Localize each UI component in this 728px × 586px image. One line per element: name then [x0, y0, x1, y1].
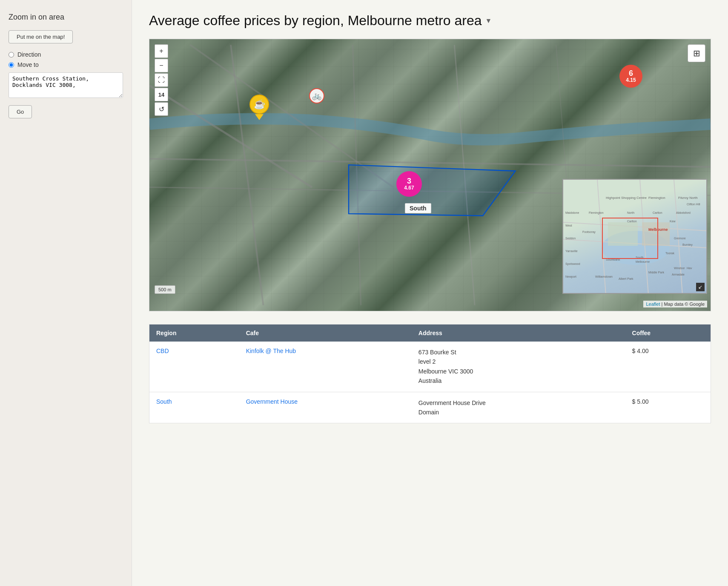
svg-text:Flemington: Flemington	[648, 196, 665, 200]
direction-label: Direction	[17, 51, 41, 58]
col-cafe: Cafe	[239, 325, 412, 342]
svg-text:Kew: Kew	[670, 220, 676, 223]
put-me-on-map-button[interactable]: Put me on the map!	[9, 30, 73, 43]
row2-region: South	[149, 392, 239, 423]
svg-text:Melbourne: Melbourne	[636, 260, 650, 263]
row2-cafe-link[interactable]: Government House	[246, 398, 298, 405]
svg-text:Carlton: Carlton	[653, 211, 662, 214]
svg-text:Abbotsford: Abbotsford	[676, 211, 691, 214]
mini-map-svg: Highpoint Shopping Centre Flemington Fit…	[563, 180, 707, 294]
fullscreen-button[interactable]: ⛶	[155, 73, 168, 87]
cluster-red-marker[interactable]: 6 4.15	[619, 65, 642, 88]
scale-bar: 500 m	[155, 285, 175, 294]
layers-button[interactable]: ⊞	[688, 44, 705, 62]
page-title: Average coffee prices by region, Melbour…	[149, 13, 711, 29]
row2-address: Government House Drive Domain	[412, 392, 625, 423]
move-to-label: Move to	[17, 61, 39, 68]
svg-text:West: West	[565, 224, 572, 227]
rotate-button[interactable]: ↺	[155, 102, 168, 116]
svg-text:Clifton Hill: Clifton Hill	[687, 203, 700, 206]
svg-text:Gremore: Gremore	[674, 237, 686, 240]
col-address: Address	[412, 325, 625, 342]
svg-text:Burnley: Burnley	[682, 243, 693, 247]
row2-cafe: Government House	[239, 392, 412, 423]
direction-radio-item[interactable]: Direction	[9, 51, 123, 58]
layers-icon: ⊞	[693, 48, 700, 58]
sidebar: Zoom in on area Put me on the map! Direc…	[0, 0, 132, 586]
table-body: CBD Kinfolk @ The Hub 673 Bourke St leve…	[149, 342, 711, 423]
cluster-red-count: 6	[629, 69, 633, 77]
svg-text:Maidstone: Maidstone	[565, 211, 579, 214]
svg-rect-47	[602, 218, 658, 259]
row1-price: $ 4.00	[625, 342, 711, 392]
mini-map-collapse-button[interactable]: ↙	[696, 283, 705, 291]
row1-cafe: Kinfolk @ The Hub	[239, 342, 412, 392]
radio-group: Direction Move to	[9, 51, 123, 68]
zoom-in-button[interactable]: +	[155, 44, 168, 58]
svg-text:Footscray: Footscray	[582, 230, 596, 234]
cluster-pink-marker[interactable]: 3 4.67	[396, 171, 422, 197]
svg-text:Middle Park: Middle Park	[648, 271, 664, 274]
col-region: Region	[149, 325, 239, 342]
bike-marker[interactable]: 🚲	[309, 88, 324, 103]
coffee-pin-tail	[255, 114, 264, 120]
mini-map[interactable]: Highpoint Shopping Centre Flemington Fit…	[562, 179, 707, 294]
col-coffee: Coffee	[625, 325, 711, 342]
svg-text:Windsor: Windsor	[674, 267, 685, 270]
svg-text:Hav: Hav	[687, 267, 692, 270]
row1-cafe-link[interactable]: Kinfolk @ The Hub	[246, 348, 296, 354]
map-attribution: Leaflet | Map data © Google	[643, 301, 707, 307]
row2-addr1: Government House Drive	[418, 398, 619, 408]
row1-region-link[interactable]: CBD	[156, 348, 169, 354]
south-region-label: South	[405, 203, 431, 213]
svg-text:Armadale: Armadale	[672, 273, 685, 276]
svg-text:Yarraville: Yarraville	[565, 250, 578, 253]
move-to-radio[interactable]	[9, 62, 14, 68]
data-table: Region Cafe Address Coffee CBD Kinfolk @…	[149, 324, 711, 423]
row1-addr3: Melbourne VIC 3000	[418, 367, 619, 376]
coffee-pin-marker[interactable]: ☕	[249, 95, 269, 120]
svg-text:Williamstown: Williamstown	[595, 275, 613, 278]
cluster-pink-count: 3	[407, 177, 411, 185]
table-header: Region Cafe Address Coffee	[149, 325, 711, 342]
coffee-pin-icon: ☕	[254, 99, 265, 110]
table-header-row: Region Cafe Address Coffee	[149, 325, 711, 342]
address-input[interactable]: Southern Cross Station, Docklands VIC 30…	[9, 72, 123, 98]
svg-text:Fitzroy North: Fitzroy North	[678, 196, 698, 200]
row2-region-link[interactable]: South	[156, 398, 172, 405]
cluster-red-price: 4.15	[626, 77, 636, 83]
row1-address: 673 Bourke St level 2 Melbourne VIC 3000…	[412, 342, 625, 392]
row1-addr2: level 2	[418, 357, 619, 366]
collapse-icon: ↙	[698, 284, 702, 290]
row1-addr1: 673 Bourke St	[418, 348, 619, 357]
zoom-out-button[interactable]: −	[155, 59, 168, 72]
svg-text:North: North	[627, 211, 634, 214]
mini-map-bg: Highpoint Shopping Centre Flemington Fit…	[563, 180, 706, 293]
sort-icon[interactable]: ▼	[485, 17, 492, 25]
table-row: South Government House Government House …	[149, 392, 711, 423]
row2-price: $ 5.00	[625, 392, 711, 423]
leaflet-link[interactable]: Leaflet	[646, 302, 660, 307]
svg-text:Spotswood: Spotswood	[565, 262, 580, 266]
svg-text:Highpoint Shopping Centre: Highpoint Shopping Centre	[606, 196, 647, 200]
move-to-radio-item[interactable]: Move to	[9, 61, 123, 68]
row1-region: CBD	[149, 342, 239, 392]
svg-text:Toorak: Toorak	[665, 252, 675, 255]
svg-text:Flemington: Flemington	[589, 211, 604, 215]
zoom-level[interactable]: 14	[155, 88, 168, 101]
svg-text:Newport: Newport	[565, 275, 576, 279]
main-content: Average coffee prices by region, Melbour…	[132, 0, 728, 586]
row1-addr4: Australia	[418, 376, 619, 385]
go-button[interactable]: Go	[9, 105, 32, 118]
svg-text:Albert Park: Albert Park	[619, 277, 633, 280]
map-container[interactable]: + − ⛶ 14 ↺ ☕ 🚲 6	[149, 39, 711, 311]
map-controls: + − ⛶ 14 ↺	[155, 44, 168, 116]
sidebar-title: Zoom in on area	[9, 13, 123, 22]
direction-radio[interactable]	[9, 52, 14, 57]
row2-addr2: Domain	[418, 408, 619, 417]
map-data-text: | Map data © Google	[662, 302, 705, 307]
page-title-text: Average coffee prices by region, Melbour…	[149, 13, 482, 29]
bike-icon: 🚲	[312, 91, 321, 101]
table-row: CBD Kinfolk @ The Hub 673 Bourke St leve…	[149, 342, 711, 392]
cluster-pink-price: 4.67	[404, 185, 414, 191]
